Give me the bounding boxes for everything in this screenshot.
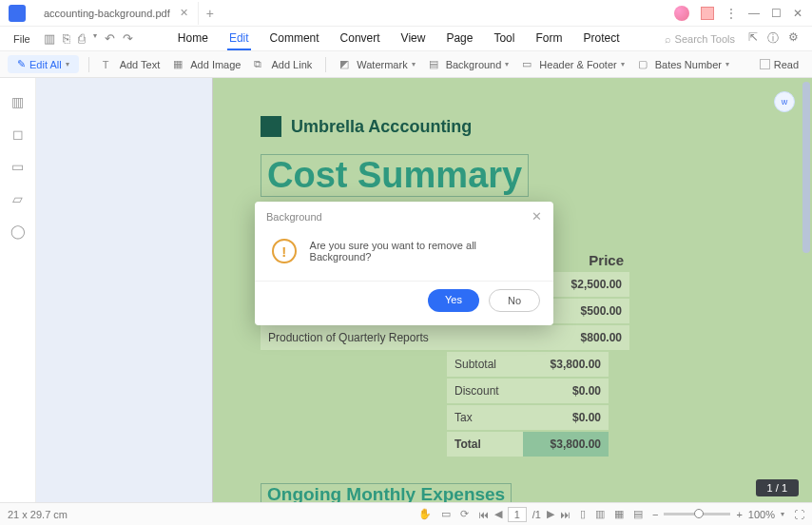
bookmark-icon[interactable]: ◻ — [10, 126, 27, 143]
edit-toolbar: ✎ Edit All ▾ TAdd Text ▦Add Image ⧉Add L… — [0, 51, 812, 78]
close-tab-icon[interactable]: ✕ — [180, 7, 188, 19]
menu-bar: File ▥ ⎘ ⎙ ▾ ↶ ↷ Home Edit Comment Conve… — [0, 27, 812, 51]
last-page-icon[interactable]: ⏭ — [560, 509, 570, 520]
header-footer-icon: ▭ — [522, 58, 535, 70]
doc-title: Cost Summary — [261, 154, 529, 197]
layout-book-icon[interactable]: ▤ — [633, 508, 643, 520]
save-icon[interactable]: ⎘ — [63, 31, 70, 46]
pencil-icon: ✎ — [17, 58, 26, 70]
dialog-close-icon[interactable]: ✕ — [532, 209, 542, 224]
no-button[interactable]: No — [489, 289, 540, 312]
thumbnails-icon[interactable]: ▥ — [10, 93, 27, 110]
warning-icon: ! — [272, 239, 297, 263]
prev-page-icon[interactable]: ◀ — [494, 508, 502, 520]
add-text-button[interactable]: TAdd Text — [99, 59, 164, 70]
search-panel-icon[interactable]: ◯ — [10, 223, 27, 240]
undo-icon[interactable]: ↶ — [105, 31, 115, 46]
summary-label: Tax — [447, 405, 523, 430]
menu-form[interactable]: Form — [533, 28, 564, 50]
zoom-slider[interactable] — [664, 513, 730, 515]
menu-tool[interactable]: Tool — [492, 28, 516, 50]
menu-convert[interactable]: Convert — [338, 28, 382, 50]
minimize-icon[interactable]: — — [748, 7, 760, 20]
background-icon: ▤ — [429, 58, 442, 70]
select-tool-icon[interactable]: ▭ — [441, 508, 451, 520]
open-icon[interactable]: ▥ — [44, 31, 55, 46]
header-footer-button[interactable]: ▭Header & Footer▾ — [518, 58, 628, 70]
row-name: Production of Quarterly Reports — [261, 325, 544, 350]
pdf-float-button[interactable]: w — [774, 91, 795, 112]
col-price-header: Price — [544, 248, 629, 272]
menu-home[interactable]: Home — [176, 28, 210, 50]
add-image-button[interactable]: ▦Add Image — [169, 58, 244, 70]
summary-price: $0.00 — [523, 405, 609, 430]
maximize-icon[interactable]: ☐ — [771, 7, 782, 20]
edit-all-button[interactable]: ✎ Edit All ▾ — [8, 55, 79, 73]
summary-total-price: $3,800.00 — [523, 432, 609, 457]
confirm-dialog: Background ✕ ! Are you sure you want to … — [255, 202, 553, 325]
hand-tool-icon[interactable]: ✋ — [418, 508, 432, 520]
chevron-down-icon: ▾ — [66, 60, 69, 68]
left-sidebar: ▥ ◻ ▭ ▱ ◯ — [0, 78, 36, 502]
share-icon[interactable]: ⇱ — [748, 30, 758, 47]
zoom-value: 100% — [748, 509, 775, 520]
vertical-scrollbar[interactable] — [802, 82, 810, 253]
menu-view[interactable]: View — [399, 28, 428, 50]
section-heading-2: Ongoing Monthly Expenses — [261, 483, 512, 502]
bates-icon: ▢ — [638, 58, 651, 70]
link-icon: ⧉ — [254, 58, 267, 70]
printer-icon[interactable]: ⎙ — [78, 31, 86, 46]
zoom-control[interactable]: − + 100% ▾ — [652, 509, 784, 520]
page-dimensions: 21 x 29.7 cm — [8, 509, 68, 520]
page-indicator-badge: 1 / 1 — [756, 479, 799, 496]
layout-two-page-icon[interactable]: ▦ — [614, 508, 624, 520]
search-tools[interactable]: ⌕ Search Tools — [665, 33, 735, 45]
row-price: $500.00 — [544, 299, 629, 323]
help-icon[interactable]: ⓘ — [767, 30, 779, 47]
search-icon: ⌕ — [665, 33, 671, 45]
dialog-message: Are you sure you want to remove all Back… — [310, 240, 536, 262]
dialog-title: Background — [266, 211, 322, 223]
rotate-icon[interactable]: ⟳ — [460, 508, 469, 520]
file-menu[interactable]: File — [6, 31, 38, 47]
add-tab-button[interactable]: + — [199, 6, 222, 21]
menu-edit[interactable]: Edit — [227, 28, 251, 50]
first-page-icon[interactable]: ⏮ — [478, 509, 489, 520]
current-page-input[interactable]: 1 — [508, 507, 527, 522]
kebab-menu-icon[interactable]: ⋮ — [725, 7, 737, 20]
menu-comment[interactable]: Comment — [268, 28, 321, 50]
text-icon: T — [103, 59, 116, 70]
bates-number-button[interactable]: ▢Bates Number▾ — [634, 58, 733, 70]
notification-icon[interactable] — [701, 7, 714, 20]
user-avatar-icon[interactable] — [674, 6, 689, 21]
zoom-out-icon[interactable]: − — [652, 509, 658, 520]
layout-single-icon[interactable]: ▯ — [580, 508, 586, 520]
qat-more-icon[interactable]: ▾ — [93, 31, 97, 46]
yes-button[interactable]: Yes — [428, 289, 479, 312]
settings-icon[interactable]: ⚙ — [788, 30, 799, 47]
page-panel-icon[interactable]: ▱ — [10, 190, 27, 207]
document-tab[interactable]: accounting-background.pdf ✕ — [34, 2, 199, 25]
background-button[interactable]: ▤Background▾ — [425, 58, 513, 70]
summary-price: $0.00 — [523, 379, 609, 403]
summary-price: $3,800.00 — [523, 352, 609, 377]
attachment-icon[interactable]: ▭ — [10, 158, 27, 175]
menu-protect[interactable]: Protect — [581, 28, 621, 50]
add-link-button[interactable]: ⧉Add Link — [250, 58, 316, 70]
watermark-button[interactable]: ◩Watermark▾ — [336, 58, 418, 70]
redo-icon[interactable]: ↷ — [123, 31, 133, 46]
image-icon: ▦ — [173, 58, 186, 70]
close-window-icon[interactable]: ✕ — [793, 7, 802, 20]
summary-label: Subtotal — [447, 352, 523, 377]
page-total: /1 — [532, 509, 541, 520]
fit-page-icon[interactable]: ⛶ — [794, 509, 804, 520]
row-price: $800.00 — [544, 325, 629, 350]
layout-continuous-icon[interactable]: ▥ — [595, 508, 605, 520]
zoom-in-icon[interactable]: + — [736, 509, 742, 520]
next-page-icon[interactable]: ▶ — [547, 508, 554, 520]
app-icon — [0, 0, 34, 27]
page-navigator[interactable]: ⏮ ◀ 1 /1 ▶ ⏭ — [478, 507, 570, 522]
menu-page[interactable]: Page — [444, 28, 474, 50]
summary-total-label: Total — [447, 432, 523, 457]
read-mode-toggle[interactable]: Read — [760, 59, 799, 70]
